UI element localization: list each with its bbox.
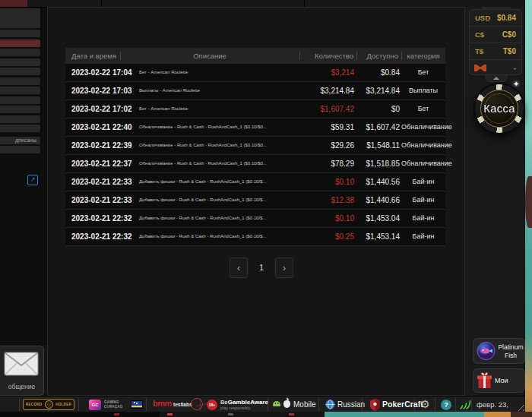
sidebar-item[interactable] [0,77,40,85]
cell-category: Бай-ин [401,228,445,245]
poker-client-window: ↗ дписаны общение Дата и время Описание … [0,0,532,417]
pokercraft-button[interactable]: PokerCraft [382,396,423,412]
sidebar-item[interactable] [0,8,40,28]
cell-available: $1,607.42 [341,118,400,136]
sidebar-item[interactable] [0,106,40,113]
sidebar-item[interactable] [0,96,40,104]
tab-divider [101,0,102,7]
table-row[interactable]: 2023-02-22 17:04Бет - American Roulette$… [65,64,445,82]
begambleaware-label: BeGambleAware [220,399,268,406]
cell-available: $3,214.84 [341,82,400,100]
transactions-panel: Дата и время Описание Количество Доступн… [47,7,465,396]
next-page-button[interactable]: › [275,257,293,278]
age-18-icon: 18+ [207,400,217,410]
cell-available: $1,453.04 [341,210,400,227]
sidebar-item[interactable] [0,146,40,153]
sidebar-item[interactable] [0,115,40,123]
cell-category: Обналичивание [401,137,445,154]
cashier-label: Касса [475,84,524,133]
wallet-row-tdollar[interactable]: T$ T$0 [470,43,521,60]
table-row[interactable]: 2023-02-21 22:33Добавить фишки - Rush & … [65,191,445,210]
currency-label: T$ [475,43,483,59]
table-row[interactable]: 2023-02-21 22:37Обналичивание - Rush & C… [65,155,445,173]
poker-chip-icon: Касса [475,84,524,133]
wallet-row-tickets[interactable]: - [470,60,521,76]
sidebar-item[interactable] [0,87,40,94]
cell-datetime: 2023-02-21 22:37 [71,155,132,172]
header-datetime: Дата и время [71,48,116,64]
platinum-fish-icon [477,342,496,361]
divider [146,398,147,411]
cell-datetime: 2023-02-21 22:40 [71,118,132,136]
header-divider [401,52,402,60]
cell-description: Обналичивание - Rush & Cash - RushAndCas… [139,155,267,172]
bmm-label: bmm [153,399,172,415]
table-row[interactable]: 2023-02-21 22:33Добавить фишки - Rush & … [65,173,445,191]
left-sidebar-list: ↗ дписаны [0,8,47,346]
table-row[interactable]: 2023-02-21 22:40Обналичивание - Rush & C… [65,118,445,137]
table-row[interactable]: 2023-02-22 17:02Бет - American Roulette$… [65,100,445,118]
wallet-row-usd[interactable]: USD $0.84 [470,10,521,27]
cell-category: Обналичивание [401,118,445,136]
background-detail [228,413,233,415]
cell-description: Добавить фишки - Rush & Cash - RushAndCa… [139,228,266,245]
apple-icon [283,400,290,408]
cell-datetime: 2023-02-21 22:32 [71,228,132,245]
table-row[interactable]: 2023-02-21 22:32Добавить фишки - Rush & … [65,228,445,246]
cell-available: $0 [341,100,400,118]
cell-category: Бет [401,100,445,118]
sidebar-item[interactable] [0,68,40,75]
lobby-background-shape [525,176,532,228]
table-row[interactable]: 2023-02-22 17:03Выплаты - American Roule… [65,82,445,100]
currency-label: USD [475,10,490,26]
app-window: ↗ дписаны общение Дата и время Описание … [0,0,525,412]
table-row[interactable]: 2023-02-21 22:32Добавить фишки - Rush & … [65,210,445,228]
sidebar-item-selected[interactable] [0,39,40,47]
active-tab-stub[interactable] [0,0,27,7]
cell-datetime: 2023-02-22 17:03 [71,82,132,100]
language-button[interactable]: Russian [337,396,365,412]
cell-available: $1,453.14 [341,228,400,245]
cell-description: Добавить фишки - Rush & Cash - RushAndCa… [139,210,266,227]
help-icon[interactable]: ? [441,400,451,410]
divider [78,398,79,411]
platinum-fish-button[interactable]: Platinum Fish [473,338,525,364]
table-row[interactable]: 2023-02-21 22:39Обналичивание - Rush & C… [65,137,445,155]
cell-datetime: 2023-02-21 22:32 [71,210,132,227]
pokercraft-icon [370,399,380,411]
prev-page-button[interactable]: ‹ [230,257,248,278]
transactions-body: 2023-02-22 17:04Бет - American Roulette$… [65,64,445,246]
envelope-icon [4,352,39,376]
external-link-icon[interactable]: ↗ [27,175,38,185]
mobile-button[interactable]: Mobile [293,396,315,412]
bmm-certified-stamp-icon: CERTIFIED [191,398,203,410]
cell-description: Добавить фишки - Rush & Cash - RushAndCa… [139,191,266,209]
chevron-left-icon: ‹ [237,263,240,273]
cell-category: Бай-ин [401,191,445,209]
divider [455,398,456,411]
header-divider [120,52,121,60]
sidebar-item[interactable] [0,30,40,37]
cell-category: Бай-ин [401,210,445,227]
sidebar-item[interactable] [0,49,40,56]
header-amount: Количество [299,48,353,64]
my-promo-button[interactable]: Мои промо [473,368,525,393]
divider [19,398,20,411]
curacao-flag-icon [131,400,143,409]
sidebar-item[interactable]: дписаны [0,137,40,144]
sidebar-item[interactable] [0,125,40,132]
sidebar-item[interactable] [0,58,40,66]
message-button[interactable]: общение [0,346,44,396]
wallet-collapse-button[interactable] [486,75,507,82]
divider [471,398,472,411]
gaming-curacao-icon: GC [89,400,101,410]
cell-description: Обналичивание - Rush & Cash - RushAndCas… [139,137,267,154]
cell-available: $1,440.56 [341,173,400,191]
cashier-button[interactable]: Касса [473,83,525,134]
wallet-row-cdollar[interactable]: C$ C$0 [470,27,521,43]
cell-description: Бет - American Roulette [139,64,188,81]
chevron-right-icon: › [283,263,286,273]
divider [435,398,435,411]
settings-gear-icon[interactable]: ⚙ [420,396,430,412]
android-icon [273,401,280,406]
